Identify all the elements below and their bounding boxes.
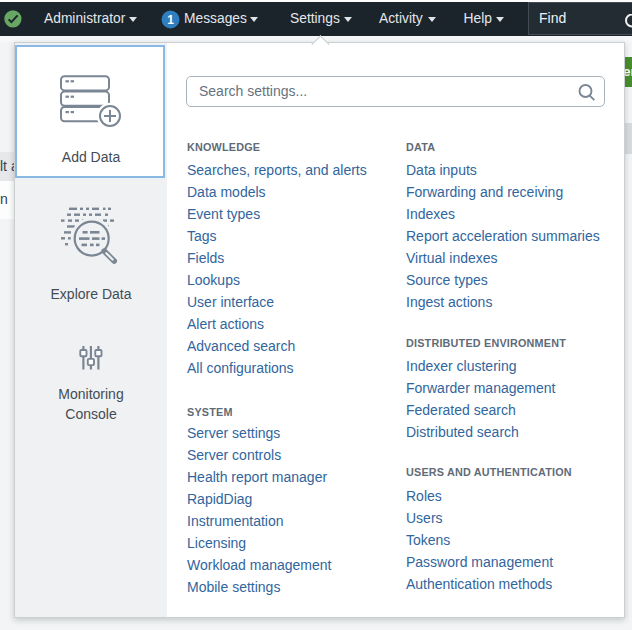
svg-text:1: 1 <box>167 13 174 27</box>
